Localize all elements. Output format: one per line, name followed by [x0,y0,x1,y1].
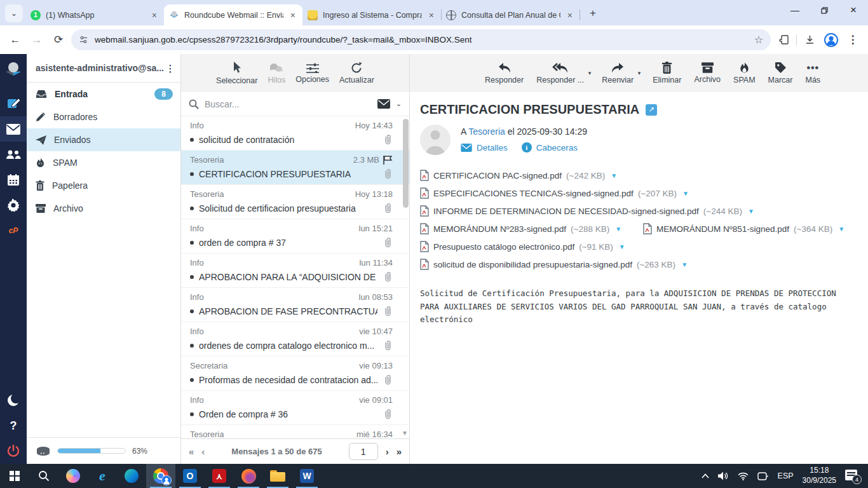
refresh-list-button[interactable]: Actualizar [339,62,374,85]
copilot-button[interactable] [58,464,88,488]
account-row[interactable]: asistente-administrativo@sa... ⋮ [27,54,180,83]
minimize-button[interactable]: — [780,0,810,20]
tab-whatsapp[interactable]: 1 (1) WhatsApp × [25,4,164,25]
profile-icon[interactable] [822,31,840,49]
file-explorer-button[interactable] [263,464,292,488]
calendar-nav-button[interactable] [0,167,27,193]
tab-plan-anual[interactable]: Consulta del Plan Anual de Con × [441,4,580,25]
attachment-link[interactable]: CERTIFICACION PAC-signed.pdf (~242 KB) ▼ [420,170,617,181]
reply-button[interactable]: Responder [485,62,524,85]
folder-borradores[interactable]: Borradores [27,105,180,128]
search-input[interactable] [205,99,372,109]
attachment-menu-icon[interactable]: ▼ [680,261,688,268]
message-row[interactable]: Infolun 08:53 APROBACION DE FASE PRECONT… [181,288,409,322]
mark-button[interactable]: Marcar [768,62,793,85]
folder-entrada[interactable]: Entrada 8 [27,83,180,105]
message-row[interactable]: Secretariavie 09:13 Proformas de necesid… [181,356,409,391]
tab-roundcube[interactable]: Roundcube Webmail :: Enviados × [164,4,302,25]
tab-close-icon[interactable]: × [288,10,297,20]
tab-close-icon[interactable]: × [427,10,436,20]
wifi-icon[interactable] [738,472,749,480]
compose-button[interactable] [0,91,27,116]
url-bar[interactable]: webmail.sanjuan.gob.ec/cpsess2879723216/… [71,29,771,50]
options-button[interactable]: Opciones [295,63,329,84]
word-button[interactable]: W [292,464,322,488]
attachment-menu-icon[interactable]: ▼ [609,172,617,179]
extensions-icon[interactable] [775,31,792,49]
taskbar-clock[interactable]: 15:18 30/9/2025 [803,466,836,485]
forward-menu-icon[interactable]: ▾ [638,70,641,76]
acrobat-button[interactable]: ⋏ [205,464,234,488]
downloads-icon[interactable] [801,31,818,49]
firefox-button[interactable] [234,464,263,488]
delete-button[interactable]: Eliminar [653,62,681,85]
close-button[interactable]: × [839,0,868,20]
attachment-link[interactable]: INFORME DE DETERMINACION DE NECESIDAD-si… [420,205,754,217]
edge-button[interactable] [117,464,146,488]
notifications-icon[interactable]: 4 [845,470,859,482]
prev-page-icon[interactable]: ‹ [201,446,205,457]
open-in-new-window-icon[interactable]: ↗ [646,104,657,116]
page-number-input[interactable] [349,443,378,460]
message-row[interactable]: Infolun 11:34 APROBACION PARA LA “ADQUIS… [181,254,409,288]
message-row[interactable]: TesoreriaHoy 13:18 Solicitud de certific… [181,185,409,219]
details-toggle[interactable]: Detalles [461,143,508,152]
tab-compras[interactable]: Ingreso al Sistema - Compras P × [302,4,441,25]
archive-button[interactable]: Archivo [694,62,721,84]
attachment-menu-icon[interactable]: ▼ [747,208,754,215]
recipient-link[interactable]: Tesoreria [468,126,505,137]
message-row[interactable]: Infovie 09:01 Orden de compra # 36 [181,391,409,425]
list-scrollbar-thumb[interactable] [403,119,409,208]
account-menu-icon[interactable]: ⋮ [165,67,175,70]
mail-nav-button[interactable] [0,116,27,142]
logout-button[interactable] [0,438,27,464]
folder-spam[interactable]: SPAM [27,151,180,174]
message-row[interactable]: InfoHoy 14:43 solicitud de contratación [181,116,409,151]
spam-button[interactable]: SPAM [733,62,756,85]
message-row[interactable]: Infovie 10:47 ordenes de compra catalogo… [181,322,409,356]
folder-enviados[interactable]: Enviados [27,128,180,151]
chrome-button[interactable] [146,464,175,488]
attachment-link[interactable]: ESPECIFICACIONES TECNICAS-signed-signed.… [420,187,689,199]
attachment-menu-icon[interactable]: ▼ [614,226,621,233]
browser-menu-icon[interactable]: ⋮ [844,31,862,49]
help-button[interactable]: ? [0,413,27,438]
more-button[interactable]: ••• Más [805,62,820,85]
forward-button[interactable]: → [28,31,46,49]
language-indicator[interactable]: ESP [778,471,794,480]
tab-search-button[interactable]: ⌄ [5,4,23,22]
new-tab-button[interactable]: + [585,5,601,22]
threads-button[interactable]: Hilos [268,62,285,85]
bookmark-star-icon[interactable]: ☆ [754,34,763,46]
attachment-link[interactable]: Presupuesto catálogo electrónico.pdf (~9… [420,241,625,252]
volume-icon[interactable] [718,471,729,480]
message-row[interactable]: Tesoreriamié 16:34 [181,425,409,438]
refresh-button[interactable]: ⟳ [50,31,67,49]
attachment-link[interactable]: solicitud de disponibilidad presupuestar… [420,259,688,270]
first-page-icon[interactable]: « [189,446,194,457]
reply-all-menu-icon[interactable]: ▾ [588,70,592,76]
folder-archivo[interactable]: Archivo [27,197,180,220]
scroll-down-icon[interactable]: ▼ [402,430,408,437]
last-page-icon[interactable]: » [397,446,402,457]
dark-mode-button[interactable] [0,388,27,413]
settings-nav-button[interactable] [0,193,27,218]
contacts-nav-button[interactable] [0,142,27,167]
internet-explorer-button[interactable]: e [88,464,117,488]
restore-button[interactable] [810,0,839,20]
message-row-selected[interactable]: Tesoreria2.3 MB CERTIFICACION PRESUPUEST… [181,151,409,185]
forward-button[interactable]: Reenviar ▾ [602,62,634,85]
next-page-icon[interactable]: › [386,446,389,457]
back-button[interactable]: ← [6,31,24,49]
tab-close-icon[interactable]: × [566,10,574,20]
attachment-menu-icon[interactable]: ▼ [837,226,844,233]
select-button[interactable]: Seleccionar [216,62,257,85]
folder-papelera[interactable]: Papelera [27,174,180,197]
attachment-link[interactable]: MEMORÁNDUM Nº283-signed.pdf (~288 KB) ▼ [420,223,621,234]
cpanel-link[interactable]: cP [0,218,27,243]
tray-expand-icon[interactable] [702,473,709,478]
meet-now-icon[interactable] [757,472,769,480]
outlook-button[interactable]: O [175,464,205,488]
attachment-menu-icon[interactable]: ▼ [618,243,625,250]
attachment-link[interactable]: MEMORÁNDUM Nº851-signed.pdf (~364 KB) ▼ [643,223,844,234]
